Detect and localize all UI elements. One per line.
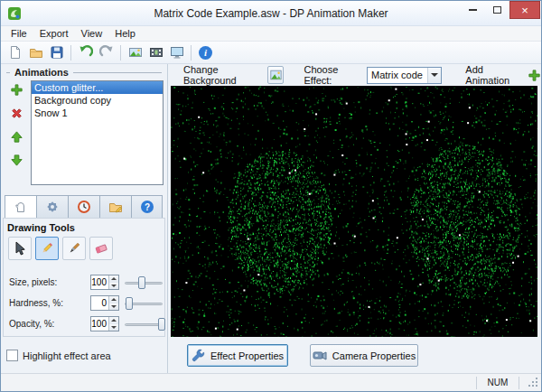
plus-icon [528, 69, 541, 82]
preview-screen-button[interactable] [166, 43, 187, 62]
size-slider[interactable] [125, 276, 163, 289]
opacity-value[interactable]: 100 [91, 317, 108, 331]
choose-effect-label: Choose Effect: [304, 64, 361, 86]
hardness-value[interactable]: 0 [91, 296, 108, 310]
redo-icon [99, 45, 114, 60]
close-button[interactable]: × [509, 1, 540, 19]
drawing-tools-group: Drawing Tools Size, pixels: 100 [3, 218, 165, 337]
hardness-spin-up[interactable] [109, 296, 118, 303]
animations-header: Animations [6, 67, 162, 78]
preview-panel: Change Background Choose Effect: Matrix … [169, 64, 541, 373]
properties-bar: Effect Properties Camera Properties [169, 337, 541, 373]
titlebar[interactable]: Matrix Code Example.asw - DP Animation M… [1, 1, 541, 26]
effect-properties-label: Effect Properties [210, 350, 284, 361]
add-image-icon [128, 45, 143, 60]
list-item[interactable]: Snow 1 [32, 107, 163, 119]
select-tool-button[interactable] [8, 237, 32, 260]
tab-drawing[interactable] [5, 195, 36, 219]
preview-canvas[interactable] [171, 86, 537, 337]
save-button[interactable] [46, 43, 67, 62]
toolbar-separator [70, 45, 71, 61]
move-layer-up-button[interactable] [7, 127, 25, 145]
delete-animation-layer-button[interactable] [7, 104, 25, 122]
add-image-button[interactable] [125, 43, 145, 62]
add-animation-button[interactable]: Add Animation [465, 64, 522, 86]
hardness-slider-thumb[interactable] [126, 297, 133, 310]
hardness-spinner[interactable]: 0 [90, 295, 119, 311]
menu-file[interactable]: File [5, 27, 33, 40]
opacity-label: Opacity, %: [9, 319, 54, 329]
hardness-spin-down[interactable] [109, 303, 118, 311]
menu-view[interactable]: View [75, 27, 109, 40]
effect-properties-button[interactable]: Effect Properties [187, 344, 288, 367]
list-item[interactable]: Custom glitter... [32, 81, 163, 94]
size-spin-down[interactable] [109, 283, 118, 290]
app-window: Matrix Code Example.asw - DP Animation M… [0, 0, 542, 392]
info-button[interactable]: i [195, 43, 216, 62]
new-document-button[interactable] [5, 43, 25, 62]
brush-icon [67, 241, 81, 256]
status-separator [519, 377, 519, 389]
size-value[interactable]: 100 [91, 275, 108, 289]
maximize-button[interactable] [485, 1, 509, 19]
camera-properties-label: Camera Properties [332, 350, 416, 361]
change-background-image-button[interactable] [267, 66, 285, 84]
size-spinner[interactable]: 100 [90, 275, 119, 290]
opacity-spinner[interactable]: 100 [90, 316, 119, 331]
export-video-button[interactable] [145, 43, 166, 62]
size-spin-up[interactable] [109, 275, 118, 283]
opacity-slider[interactable] [125, 318, 163, 331]
opacity-slider-thumb[interactable] [158, 318, 165, 331]
eraser-tool-button[interactable] [89, 237, 113, 260]
pencil-icon [40, 241, 54, 256]
folder-edit-icon [108, 200, 123, 214]
chevron-down-icon[interactable] [427, 68, 441, 83]
highlight-effect-checkbox[interactable] [6, 350, 18, 361]
tab-files[interactable] [99, 195, 131, 219]
tab-help[interactable]: ? [131, 195, 163, 219]
save-icon [50, 45, 64, 60]
tab-timing[interactable] [68, 195, 99, 219]
minimize-button[interactable] [461, 1, 485, 19]
animations-title: Animations [14, 67, 69, 78]
toolbar-separator [191, 45, 192, 61]
size-label: Size, pixels: [9, 277, 57, 287]
opacity-spin-down[interactable] [109, 324, 118, 331]
delete-icon [10, 107, 23, 120]
menu-help[interactable]: Help [108, 27, 142, 40]
animation-layers-list: Custom glitter... Background copy Snow 1 [31, 80, 164, 185]
undo-button[interactable] [75, 43, 96, 62]
main-toolbar: i [1, 42, 541, 64]
camera-properties-button[interactable]: Camera Properties [310, 344, 418, 367]
cursor-icon [13, 241, 27, 256]
picture-icon [269, 69, 283, 81]
resize-grip[interactable] [528, 377, 539, 388]
highlight-effect-row: Highlight effect area [6, 350, 111, 361]
maximize-icon [493, 6, 501, 14]
statusbar: NUM [1, 373, 541, 391]
tab-settings[interactable] [36, 195, 68, 219]
glove-icon [14, 200, 28, 214]
list-item[interactable]: Background copy [32, 94, 163, 107]
pencil-tool-button[interactable] [35, 237, 59, 260]
move-layer-down-button[interactable] [7, 151, 25, 169]
hardness-slider[interactable] [125, 297, 163, 310]
arrow-up-icon [10, 130, 23, 144]
add-animation-plus-button[interactable] [528, 69, 541, 82]
menu-export[interactable]: Export [33, 27, 75, 40]
open-file-button[interactable] [25, 43, 46, 62]
add-animation-layer-button[interactable] [7, 80, 25, 98]
preview-screen-icon [170, 45, 184, 60]
change-background-button[interactable]: Change Background [183, 64, 264, 86]
size-slider-thumb[interactable] [138, 276, 145, 289]
open-file-icon [29, 45, 43, 60]
opacity-spin-up[interactable] [109, 317, 118, 324]
effect-dropdown[interactable]: Matrix code [367, 67, 442, 84]
undo-icon [79, 45, 93, 60]
highlight-effect-label: Highlight effect area [23, 350, 111, 361]
opacity-slider-track[interactable] [125, 323, 163, 326]
redo-button[interactable] [96, 43, 117, 62]
toolbar-separator [120, 45, 121, 61]
brush-tool-button[interactable] [62, 237, 86, 260]
gear-icon [45, 200, 60, 214]
